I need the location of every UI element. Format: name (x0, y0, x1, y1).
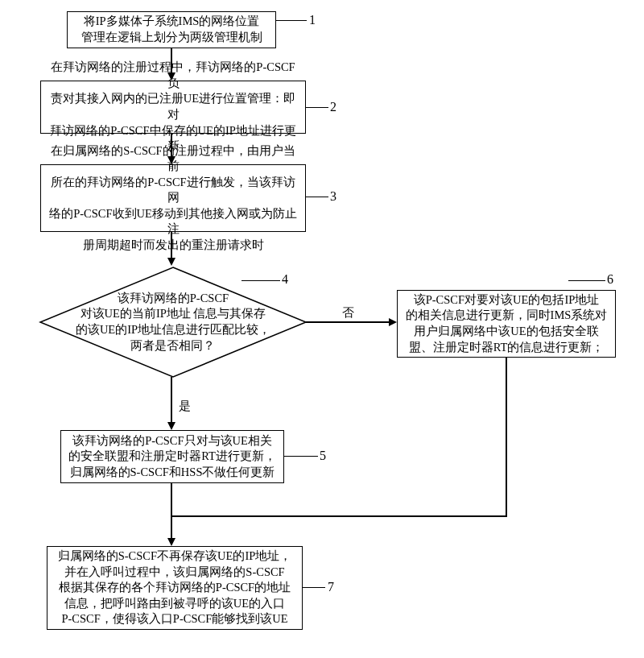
leader-3 (306, 197, 328, 197)
arrow-6-left (172, 515, 507, 517)
leader-4 (242, 280, 280, 281)
decision-4 (39, 266, 39, 267)
decision-4-text: 该拜访网络的P-CSCF 对该UE的当前IP地址 信息与其保存 的该UE的IP地… (63, 286, 283, 358)
edge-yes: 是 (179, 399, 191, 414)
arrow-4-5-head (167, 422, 175, 430)
edge-no: 否 (342, 305, 354, 321)
step-1-text: 将IP多媒体子系统IMS的网络位置 管理在逻辑上划分为两级管理机制 (81, 14, 262, 45)
arrow-3-4 (171, 232, 172, 259)
step-5-text: 该拜访网络的P-CSCF只对与该UE相关 的安全联盟和注册定时器RT进行更新， … (68, 433, 276, 481)
leader-2 (306, 107, 328, 108)
arrow-3-4-head (167, 258, 175, 266)
step-1-box: 将IP多媒体子系统IMS的网络位置 管理在逻辑上划分为两级管理机制 (67, 11, 276, 48)
arrow-4-5 (171, 377, 172, 424)
label-3: 3 (330, 189, 336, 204)
arrow-5-7 (171, 483, 172, 540)
label-1: 1 (309, 13, 316, 27)
arrow-5-7-head (167, 538, 175, 546)
label-5: 5 (320, 449, 326, 463)
step-6-text: 该P-CSCF对要对该UE的包括IP地址 的相关信息进行更新，同时IMS系统对 … (406, 292, 608, 355)
arrow-4-6 (306, 321, 390, 323)
step-7-text: 归属网络的S-CSCF不再保存该UE的IP地址， 并在入呼叫过程中，该归属网络的… (58, 548, 292, 627)
leader-1 (276, 20, 307, 21)
label-4: 4 (282, 272, 288, 287)
step-2-text: 在拜访网络的注册过程中，拜访网络的P-CSCF负 责对其接入网内的已注册UE进行… (47, 60, 299, 154)
leader-7 (303, 587, 325, 588)
step-5-box: 该拜访网络的P-CSCF只对与该UE相关 的安全联盟和注册定时器RT进行更新， … (60, 430, 284, 483)
leader-5 (284, 456, 318, 457)
arrow-6-down (506, 358, 507, 517)
arrow-4-6-head (389, 318, 397, 326)
step-7-box: 归属网络的S-CSCF不再保存该UE的IP地址， 并在入呼叫过程中，该归属网络的… (47, 546, 303, 630)
step-2-box: 在拜访网络的注册过程中，拜访网络的P-CSCF负 责对其接入网内的已注册UE进行… (40, 81, 306, 134)
label-6: 6 (607, 272, 613, 287)
label-2: 2 (330, 100, 336, 114)
step-6-box: 该P-CSCF对要对该UE的包括IP地址 的相关信息进行更新，同时IMS系统对 … (397, 290, 616, 358)
step-3-text: 在归属网络的S-CSCF的注册过程中，由用户当前 所在的拜访网络的P-CSCF进… (47, 143, 299, 254)
label-7: 7 (328, 580, 334, 594)
leader-6 (568, 280, 605, 281)
step-3-box: 在归属网络的S-CSCF的注册过程中，由用户当前 所在的拜访网络的P-CSCF进… (40, 164, 306, 232)
